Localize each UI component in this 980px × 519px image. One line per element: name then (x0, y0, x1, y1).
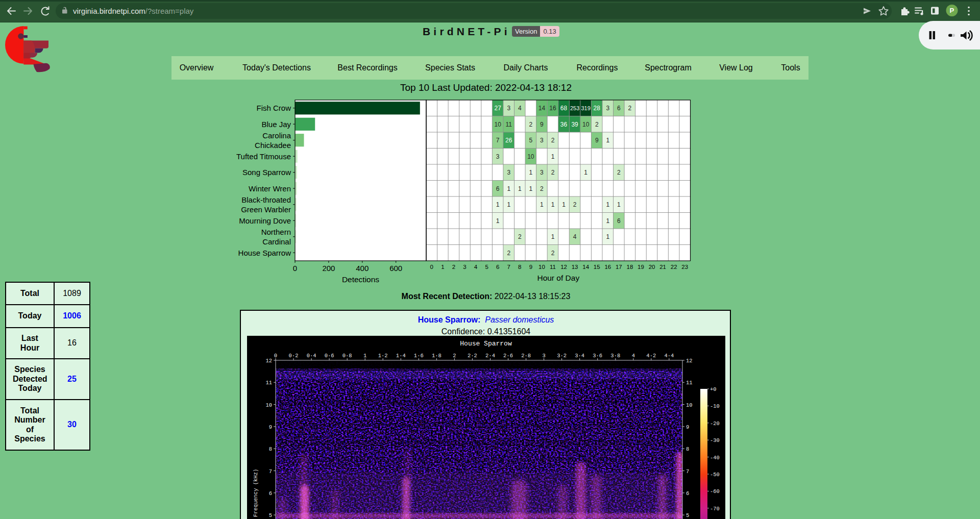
svg-text:Northern: Northern (261, 228, 291, 236)
svg-text:10: 10 (538, 264, 545, 270)
svg-text:Hour of Day: Hour of Day (537, 274, 579, 282)
svg-text:1: 1 (507, 185, 510, 192)
svg-text:3·6: 3·6 (593, 353, 602, 359)
svg-text:68: 68 (560, 105, 568, 112)
svg-text:7: 7 (269, 468, 272, 475)
svg-text:Carolina: Carolina (262, 131, 291, 140)
svg-text:0: 0 (293, 264, 297, 273)
svg-text:3: 3 (542, 353, 545, 359)
svg-text:4: 4 (518, 105, 522, 112)
svg-text:-50: -50 (710, 472, 720, 478)
svg-text:26: 26 (505, 137, 512, 144)
svg-text:3: 3 (463, 264, 466, 270)
svg-text:1: 1 (551, 201, 555, 208)
svg-text:28: 28 (594, 105, 601, 112)
svg-text:319: 319 (581, 105, 590, 111)
svg-text:11: 11 (265, 380, 272, 386)
svg-text:0: 0 (274, 353, 277, 359)
svg-text:2: 2 (453, 353, 456, 359)
svg-text:2: 2 (529, 121, 532, 128)
svg-text:Chickadee: Chickadee (255, 141, 291, 150)
svg-text:1: 1 (551, 153, 555, 160)
svg-text:1: 1 (529, 169, 532, 176)
svg-text:1: 1 (606, 217, 609, 225)
svg-text:6: 6 (269, 490, 272, 497)
svg-text:2: 2 (628, 105, 632, 112)
svg-text:600: 600 (389, 264, 402, 273)
svg-text:1: 1 (551, 233, 555, 240)
svg-text:1·6: 1·6 (414, 353, 424, 359)
svg-text:27: 27 (494, 105, 501, 112)
svg-text:Black-throated: Black-throated (241, 195, 291, 204)
svg-text:11: 11 (550, 264, 556, 270)
svg-text:1: 1 (617, 201, 621, 208)
svg-text:12: 12 (560, 264, 567, 270)
svg-text:-40: -40 (710, 455, 720, 461)
svg-text:3: 3 (540, 169, 544, 176)
svg-text:Blue Jay: Blue Jay (261, 120, 291, 129)
svg-text:2: 2 (551, 137, 555, 144)
svg-text:-30: -30 (710, 437, 720, 443)
svg-text:2: 2 (518, 233, 522, 240)
svg-text:9: 9 (540, 121, 544, 128)
svg-text:6: 6 (617, 105, 621, 112)
svg-text:16: 16 (604, 264, 611, 270)
svg-text:2: 2 (551, 169, 555, 176)
svg-text:0: 0 (430, 264, 433, 270)
svg-text:9: 9 (269, 424, 272, 430)
svg-text:3: 3 (496, 153, 500, 160)
svg-text:1: 1 (606, 201, 609, 208)
svg-text:2: 2 (595, 121, 599, 128)
svg-text:3: 3 (507, 105, 510, 112)
svg-text:1: 1 (441, 264, 444, 270)
svg-text:22: 22 (671, 264, 677, 270)
svg-text:11: 11 (686, 380, 693, 386)
svg-text:6: 6 (496, 264, 499, 270)
svg-text:2·8: 2·8 (521, 353, 531, 359)
svg-text:12: 12 (265, 358, 272, 364)
svg-text:15: 15 (594, 264, 600, 270)
svg-text:14: 14 (582, 264, 589, 270)
svg-text:4: 4 (474, 264, 478, 270)
svg-text:3: 3 (507, 169, 510, 176)
svg-text:9: 9 (686, 424, 689, 430)
svg-text:10: 10 (527, 153, 534, 160)
svg-text:5: 5 (485, 264, 488, 270)
svg-text:17: 17 (616, 264, 622, 270)
svg-text:10: 10 (582, 121, 590, 128)
svg-text:3·8: 3·8 (610, 353, 620, 359)
svg-text:253: 253 (570, 105, 579, 111)
svg-text:11: 11 (505, 121, 512, 128)
svg-text:8: 8 (686, 446, 689, 452)
svg-text:10: 10 (686, 402, 693, 408)
svg-text:0·6: 0·6 (325, 353, 334, 359)
svg-text:-10: -10 (710, 403, 720, 409)
svg-text:10: 10 (265, 402, 272, 408)
svg-text:-60: -60 (710, 488, 720, 495)
svg-text:2: 2 (617, 169, 621, 176)
svg-text:Frequency (kHz): Frequency (kHz) (253, 469, 259, 517)
svg-text:7: 7 (507, 264, 510, 270)
svg-text:6: 6 (617, 217, 621, 225)
svg-text:13: 13 (572, 264, 578, 270)
svg-text:1: 1 (584, 169, 587, 176)
svg-text:4: 4 (573, 233, 577, 240)
svg-text:9: 9 (595, 137, 599, 144)
svg-text:6: 6 (496, 185, 500, 192)
svg-text:House Sparrow: House Sparrow (460, 340, 512, 348)
svg-text:7: 7 (686, 468, 689, 475)
svg-text:Tufted Titmouse: Tufted Titmouse (236, 152, 291, 161)
svg-text:5: 5 (269, 512, 272, 518)
svg-text:1·8: 1·8 (432, 353, 442, 359)
svg-text:1: 1 (606, 233, 609, 240)
svg-text:16: 16 (549, 105, 556, 112)
svg-text:14: 14 (538, 105, 546, 112)
svg-text:1: 1 (496, 201, 500, 208)
svg-text:Fish Crow: Fish Crow (256, 104, 291, 112)
svg-text:Detections: Detections (342, 275, 379, 284)
svg-text:1: 1 (363, 353, 366, 359)
svg-text:8: 8 (518, 264, 521, 270)
svg-text:2: 2 (551, 250, 555, 257)
svg-text:-20: -20 (710, 421, 720, 427)
svg-text:6: 6 (686, 490, 689, 497)
